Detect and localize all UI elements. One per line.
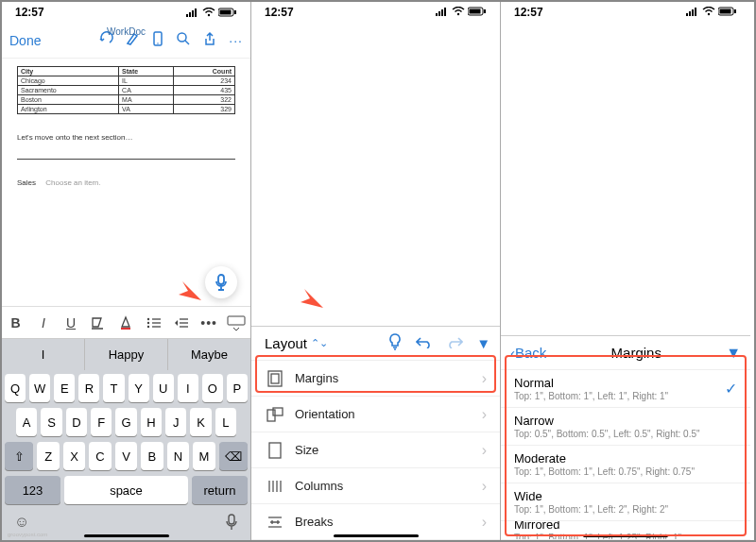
space-key[interactable]: space [64, 476, 188, 504]
key-c[interactable]: C [89, 442, 111, 470]
battery-icon [718, 6, 737, 19]
size-icon [265, 442, 285, 459]
key-i[interactable]: I [178, 374, 198, 402]
format-toolbar: B I U ••• [2, 306, 250, 338]
key-e[interactable]: E [54, 374, 75, 402]
svg-rect-31 [470, 9, 481, 14]
key-k[interactable]: K [190, 408, 211, 436]
document-area[interactable]: CityStateCount ChicagoIL234 SacramentoCA… [501, 23, 750, 42]
svg-rect-32 [484, 9, 486, 13]
key-b[interactable]: B [141, 442, 163, 470]
svg-rect-45 [689, 11, 691, 16]
svg-point-4 [208, 14, 210, 16]
status-icons [686, 6, 737, 19]
divider [17, 159, 235, 160]
key-q[interactable]: Q [5, 374, 26, 402]
key-s[interactable]: S [41, 408, 61, 436]
phone-screen-1: 12:57 WorkDoc Done ··· CityState [2, 2, 251, 540]
key-r[interactable]: R [78, 374, 99, 402]
svg-rect-46 [692, 9, 694, 16]
panel-switch-icon[interactable]: ⌃⌄ [311, 337, 328, 349]
keyboard-predictions: I Happy Maybe [2, 338, 250, 370]
status-time: 12:57 [265, 6, 294, 19]
app-header: WorkDoc Done ··· [2, 23, 250, 59]
phone-screen-2: 12:57 CityStateCount ChicagoIL234 Sacram… [251, 2, 501, 540]
status-bar: 12:57 [251, 2, 500, 23]
return-key[interactable]: return [192, 476, 248, 504]
key-p[interactable]: P [227, 374, 248, 402]
key-o[interactable]: O [202, 374, 223, 402]
menu-item-columns[interactable]: Columns› [251, 468, 500, 504]
svg-rect-28 [444, 8, 446, 16]
key-w[interactable]: W [29, 374, 50, 402]
key-j[interactable]: J [165, 408, 186, 436]
key-x[interactable]: X [63, 442, 85, 470]
sales-hint[interactable]: Choose an item. [45, 178, 100, 187]
onscreen-keyboard: QWERTYUIOP ASDFGHJKL ⇧ ZXCVBNM ⌫ 123 spa… [2, 370, 250, 540]
font-color-button[interactable] [115, 315, 136, 330]
key-n[interactable]: N [167, 442, 189, 470]
panel-title[interactable]: Layout [265, 335, 307, 351]
key-t[interactable]: T [103, 374, 124, 402]
key-m[interactable]: M [193, 442, 215, 470]
key-y[interactable]: Y [129, 374, 149, 402]
prediction-1[interactable]: I [2, 339, 85, 370]
backspace-key[interactable]: ⌫ [219, 442, 248, 470]
more-formatting-button[interactable]: ••• [198, 315, 219, 330]
svg-rect-2 [192, 10, 194, 17]
prediction-3[interactable]: Maybe [168, 339, 250, 370]
svg-rect-23 [228, 316, 245, 325]
key-g[interactable]: G [115, 408, 136, 436]
home-indicator[interactable] [84, 534, 169, 537]
svg-rect-25 [436, 13, 438, 16]
prediction-2[interactable]: Happy [85, 339, 168, 370]
key-a[interactable]: A [16, 408, 37, 436]
home-indicator[interactable] [334, 534, 419, 537]
signal-icon [436, 6, 449, 19]
menu-label: Columns [295, 479, 343, 493]
undo-icon[interactable] [416, 335, 433, 351]
columns-icon [265, 479, 285, 494]
key-u[interactable]: U [153, 374, 174, 402]
battery-icon [468, 6, 487, 19]
highlight-button[interactable] [88, 315, 109, 330]
wifi-icon [202, 8, 215, 17]
signal-icon [686, 6, 699, 19]
phone-screen-3: 12:57 CityStateCount ChicagoIL234 Sacram… [501, 2, 750, 540]
shift-key[interactable]: ⇧ [5, 442, 33, 470]
collapse-icon[interactable]: ▼ [476, 335, 490, 351]
signal-icon [186, 8, 199, 17]
svg-point-18 [147, 325, 149, 327]
svg-point-29 [457, 13, 459, 15]
wifi-icon [452, 6, 465, 19]
bold-button[interactable]: B [6, 315, 26, 330]
svg-rect-44 [686, 13, 688, 16]
hide-keyboard-button[interactable] [226, 315, 247, 330]
key-d[interactable]: D [66, 408, 87, 436]
svg-rect-26 [438, 11, 440, 16]
key-l[interactable]: L [215, 408, 236, 436]
menu-label: Breaks [295, 515, 333, 529]
underline-button[interactable]: U [60, 315, 81, 330]
numbers-key[interactable]: 123 [5, 476, 60, 504]
dictation-button[interactable] [205, 266, 237, 298]
bullets-button[interactable] [144, 316, 164, 330]
dictate-key[interactable] [225, 514, 238, 534]
menu-item-orientation[interactable]: Orientation› [251, 397, 500, 432]
annotation-highlight [505, 355, 747, 536]
svg-point-16 [147, 321, 149, 323]
key-z[interactable]: Z [37, 442, 59, 470]
redo-icon[interactable] [446, 335, 463, 351]
key-v[interactable]: V [115, 442, 137, 470]
document-area[interactable]: CityStateCount ChicagoIL234 SacramentoCA… [251, 23, 500, 42]
lightbulb-icon[interactable] [387, 333, 403, 353]
svg-rect-27 [441, 9, 443, 16]
italic-button[interactable]: I [33, 315, 54, 330]
svg-rect-1 [189, 12, 191, 17]
indent-button[interactable] [171, 316, 192, 330]
menu-item-size[interactable]: Size› [251, 432, 500, 468]
svg-rect-24 [229, 515, 234, 524]
key-h[interactable]: H [141, 408, 162, 436]
document-title: WorkDoc [2, 26, 250, 37]
key-f[interactable]: F [91, 408, 112, 436]
